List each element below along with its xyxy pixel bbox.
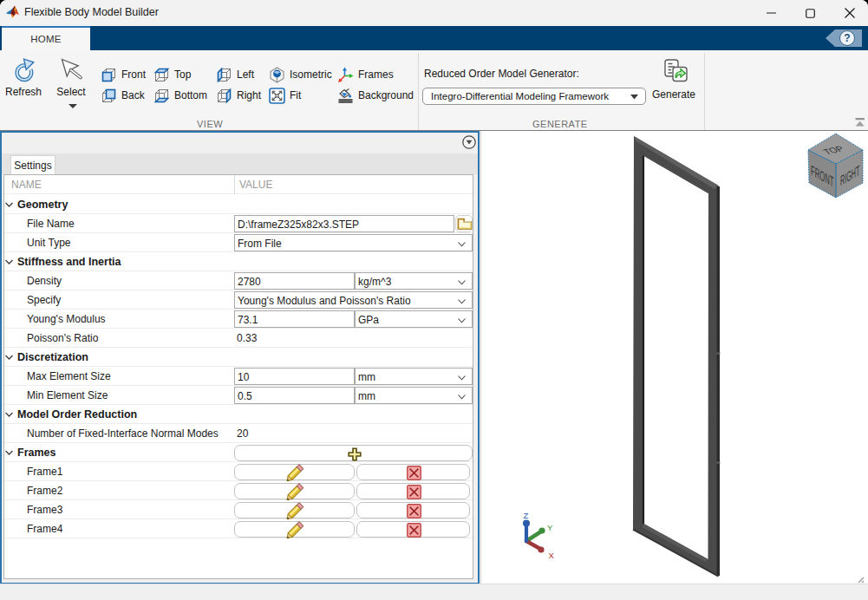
svg-text:Z: Z <box>524 511 529 520</box>
svg-text:X: X <box>549 551 555 560</box>
svg-text:Y: Y <box>547 523 553 532</box>
